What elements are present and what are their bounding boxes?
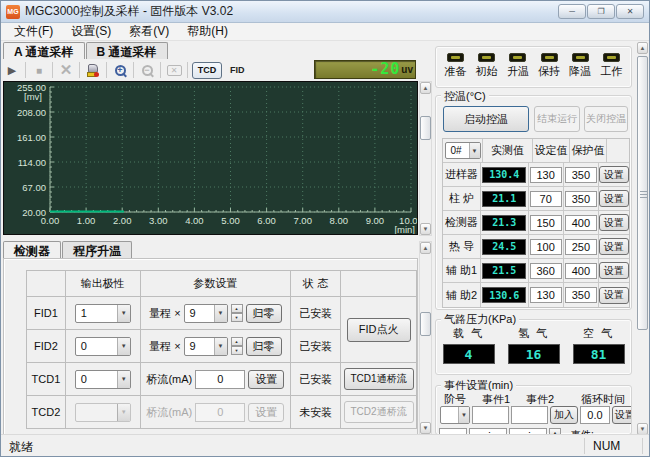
scroll-down-icon[interactable]: ▼ bbox=[420, 223, 431, 235]
fid-ignite-button[interactable]: FID点火 bbox=[347, 318, 411, 342]
title-bar[interactable]: MG MGC3000控制及采样 - 固件版本 V3.02 ─ ❐ ✕ bbox=[1, 1, 649, 23]
spin-up-icon[interactable]: ▲ bbox=[231, 304, 243, 313]
minimize-button[interactable]: ─ bbox=[558, 4, 586, 19]
add-event-button[interactable]: 加入 bbox=[550, 406, 578, 424]
protect-value-input[interactable]: 400 bbox=[565, 263, 597, 279]
spin-up-icon[interactable]: ▲ bbox=[231, 337, 243, 346]
tcd1-set-button[interactable]: 设置 bbox=[248, 370, 284, 389]
fid2-zero-button[interactable]: 归零 bbox=[246, 337, 282, 356]
detector-scrollbar[interactable]: ▲ ▼ bbox=[419, 241, 432, 435]
event2-input[interactable] bbox=[511, 406, 548, 424]
temp-row-tcd: 热 导 24.5 100 250 设置 bbox=[443, 235, 629, 259]
scroll-up-icon[interactable]: ▲ bbox=[420, 82, 431, 94]
menu-settings[interactable]: 设置(S) bbox=[62, 22, 120, 41]
actual-lcd: 21.1 bbox=[482, 191, 526, 207]
cycle-time-input[interactable]: 0.0 bbox=[580, 406, 610, 424]
tcd1-bridge-on-button[interactable]: TCD1通桥流 bbox=[344, 368, 414, 390]
fid1-range-select[interactable]: 9▼ bbox=[184, 304, 228, 323]
zoom-out-button[interactable]: − bbox=[138, 61, 156, 79]
fid1-zero-button[interactable]: 归零 bbox=[246, 304, 282, 323]
tcd2-bridge-input: 0 bbox=[195, 403, 245, 422]
svg-text:161.00: 161.00 bbox=[17, 132, 46, 143]
svg-text:6.00: 6.00 bbox=[257, 215, 276, 226]
temp-set-button[interactable]: 设置 bbox=[599, 190, 629, 207]
hydrogen-pressure-lcd: 16 bbox=[508, 344, 560, 364]
stage-select[interactable]: ▼ bbox=[440, 406, 470, 424]
spin-down-icon[interactable]: ▼ bbox=[231, 346, 243, 355]
bridge-label: 桥流(mA) bbox=[146, 405, 192, 420]
protect-value-input[interactable]: 350 bbox=[565, 287, 597, 303]
signal-lcd-display: -20 uv bbox=[314, 60, 416, 79]
actual-lcd: 130.6 bbox=[482, 287, 526, 303]
fid2-polarity-select[interactable]: 0▼ bbox=[75, 337, 131, 356]
protect-value-input[interactable]: 350 bbox=[565, 191, 597, 207]
chromatogram-chart: 255.00208.00161.00114.0067.0020.00[mv]0.… bbox=[3, 81, 418, 235]
chevron-down-icon: ▼ bbox=[117, 404, 130, 421]
det-row-label: TCD2 bbox=[27, 396, 66, 429]
svg-text:7.00: 7.00 bbox=[293, 215, 312, 226]
tcd1-bridge-input[interactable]: 0 bbox=[195, 370, 245, 389]
set-value-input[interactable]: 130 bbox=[530, 287, 562, 303]
set-value-input[interactable]: 360 bbox=[530, 263, 562, 279]
stop-acquisition-button[interactable]: ■ bbox=[30, 61, 48, 79]
protect-value-input[interactable]: 400 bbox=[565, 215, 597, 231]
full-view-button[interactable]: ✕ bbox=[165, 61, 183, 79]
temp-set-button[interactable]: 设置 bbox=[599, 238, 629, 255]
gas-carrier: 载 气 4 bbox=[443, 326, 495, 364]
start-temp-button[interactable]: 启动控温 bbox=[443, 106, 529, 132]
event1-input[interactable] bbox=[472, 406, 509, 424]
menu-help[interactable]: 帮助(H) bbox=[178, 22, 237, 41]
fid1-polarity-select[interactable]: 1▼ bbox=[75, 304, 131, 323]
tcd1-polarity-select[interactable]: 0▼ bbox=[75, 370, 131, 389]
menu-file[interactable]: 文件(F) bbox=[5, 22, 62, 41]
fid2-range-spinner[interactable]: ▲▼ bbox=[231, 337, 243, 355]
led-icon bbox=[572, 53, 589, 62]
tcd1-status: 已安装 bbox=[291, 363, 341, 396]
scroll-up-icon[interactable]: ▲ bbox=[637, 42, 648, 54]
protect-value-input[interactable]: 250 bbox=[565, 239, 597, 255]
start-acquisition-button[interactable]: ▶ bbox=[3, 61, 21, 79]
delete-button[interactable]: ✕ bbox=[57, 61, 75, 79]
det-header-polarity: 输出极性 bbox=[65, 271, 140, 297]
status-num-indicator: NUM bbox=[593, 439, 620, 453]
detector-scrollbar-thumb[interactable] bbox=[420, 312, 431, 336]
temp-set-button[interactable]: 设置 bbox=[599, 262, 629, 279]
protect-value-input[interactable]: 350 bbox=[565, 167, 597, 183]
right-panel-scrollbar[interactable]: ▲ ▼ bbox=[637, 42, 650, 435]
tab-detector[interactable]: 检测器 bbox=[3, 241, 61, 258]
scroll-down-icon[interactable]: ▼ bbox=[420, 422, 431, 434]
temp-set-button[interactable]: 设置 bbox=[599, 214, 629, 231]
tab-temp-program[interactable]: 程序升温 bbox=[62, 241, 132, 258]
close-button[interactable]: ✕ bbox=[616, 4, 644, 19]
svg-text:5.00: 5.00 bbox=[221, 215, 240, 226]
cycle-set-button[interactable]: 设置 bbox=[612, 406, 632, 424]
chart-scrollbar-thumb[interactable] bbox=[420, 116, 431, 140]
scroll-up-icon[interactable]: ▲ bbox=[420, 242, 431, 254]
set-value-input[interactable]: 70 bbox=[530, 191, 562, 207]
fid-toggle-button[interactable]: FID bbox=[230, 65, 245, 75]
temp-set-button[interactable]: 设置 bbox=[599, 287, 629, 304]
set-value-input[interactable]: 130 bbox=[530, 167, 562, 183]
sample-button[interactable] bbox=[84, 61, 102, 79]
temp-channel-select[interactable]: 0#▼ bbox=[445, 142, 481, 159]
tab-channel-a[interactable]: A 通道采样 bbox=[3, 42, 85, 59]
menu-view[interactable]: 察看(V) bbox=[120, 22, 178, 41]
tab-channel-b[interactable]: B 通道采样 bbox=[86, 42, 168, 59]
set-value-input[interactable]: 100 bbox=[530, 239, 562, 255]
detector-tabs: 检测器 程序升温 bbox=[3, 241, 133, 258]
signal-value: -20 bbox=[370, 62, 400, 77]
status-bar: 就绪 NUM bbox=[1, 434, 649, 456]
fid2-range-select[interactable]: 9▼ bbox=[184, 337, 228, 356]
fid1-range-spinner[interactable]: ▲▼ bbox=[231, 304, 243, 322]
zoom-in-button[interactable]: + bbox=[111, 61, 129, 79]
tcd-toggle-button[interactable]: TCD bbox=[192, 62, 222, 79]
chart-svg: 255.00208.00161.00114.0067.0020.00[mv]0.… bbox=[4, 82, 417, 234]
svg-text:[mv]: [mv] bbox=[24, 91, 42, 102]
right-scrollbar-thumb[interactable] bbox=[637, 56, 648, 330]
chart-scrollbar[interactable]: ▲ ▼ bbox=[419, 81, 432, 236]
spin-down-icon[interactable]: ▼ bbox=[231, 313, 243, 322]
restore-button[interactable]: ❐ bbox=[587, 4, 615, 19]
temp-set-button[interactable]: 设置 bbox=[599, 166, 629, 183]
gas-air: 空 气 81 bbox=[573, 326, 625, 364]
set-value-input[interactable]: 150 bbox=[530, 215, 562, 231]
